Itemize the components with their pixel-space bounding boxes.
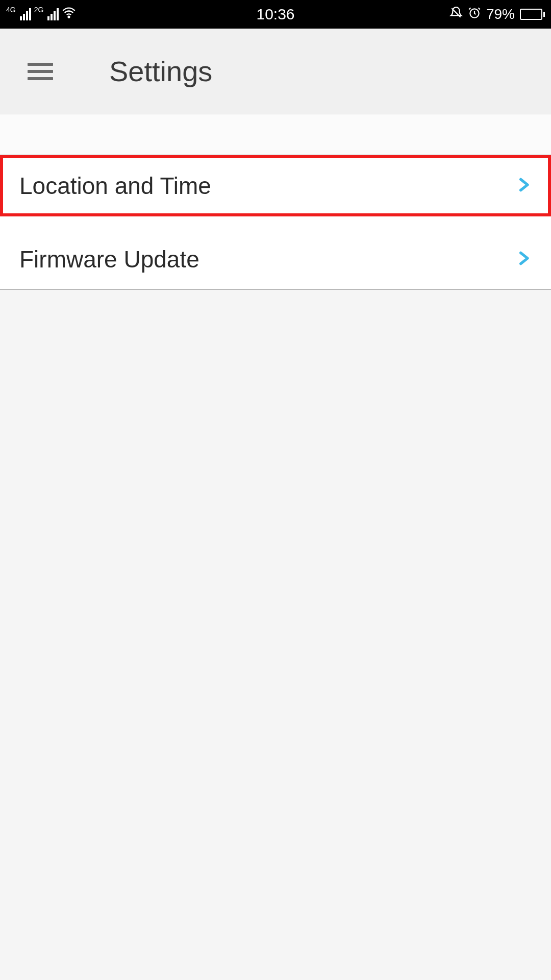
wifi-icon [62,6,76,23]
status-bar: 4G 2G 10:36 [0,0,551,29]
chevron-right-icon [515,248,532,271]
status-time: 10:36 [256,6,294,23]
list-item-label: Location and Time [19,172,211,200]
status-right: 79% [449,6,545,23]
battery-icon [520,9,545,20]
svg-point-0 [68,16,70,17]
signal-4g-label: 4G [6,6,16,14]
signal-2g-bars-icon [47,8,59,20]
status-left: 4G 2G [6,6,76,23]
signal-4g-bars-icon [20,8,31,20]
header-spacer [0,114,551,155]
hamburger-menu-icon[interactable] [28,63,53,80]
chevron-right-icon [515,175,532,197]
alarm-clock-icon [468,6,481,23]
signal-2g-label: 2G [34,6,44,14]
list-item-location-and-time[interactable]: Location and Time [0,155,551,216]
page-title: Settings [109,55,212,88]
row-gap [0,216,551,229]
app-header: Settings [0,29,551,114]
list-item-firmware-update[interactable]: Firmware Update [0,229,551,290]
list-item-label: Firmware Update [19,246,199,273]
bell-muted-icon [449,6,463,23]
battery-percentage: 79% [486,6,515,22]
